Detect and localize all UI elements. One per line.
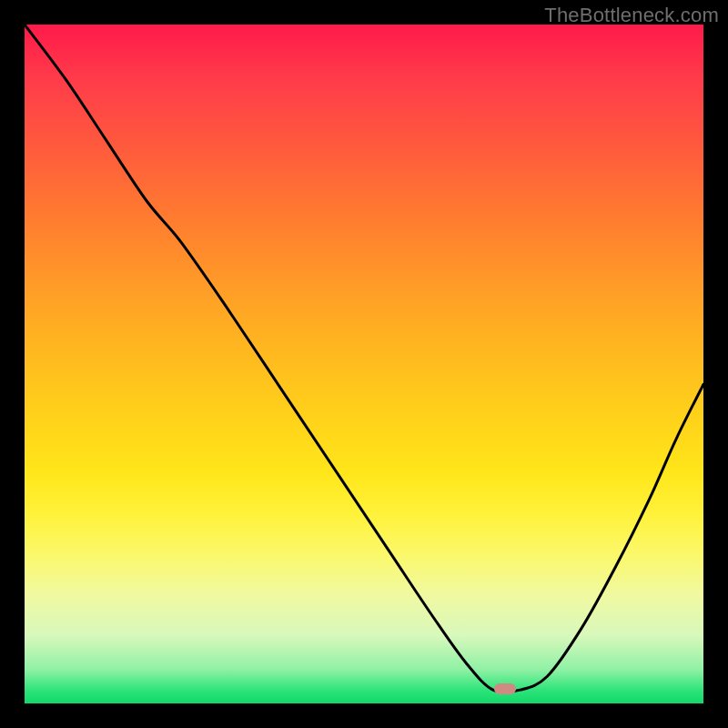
plot-area bbox=[25, 25, 703, 703]
watermark-text: TheBottleneck.com bbox=[544, 4, 719, 27]
heat-gradient-background bbox=[25, 25, 703, 703]
chart-frame: TheBottleneck.com bbox=[0, 0, 728, 728]
optimal-point-marker bbox=[494, 683, 516, 694]
